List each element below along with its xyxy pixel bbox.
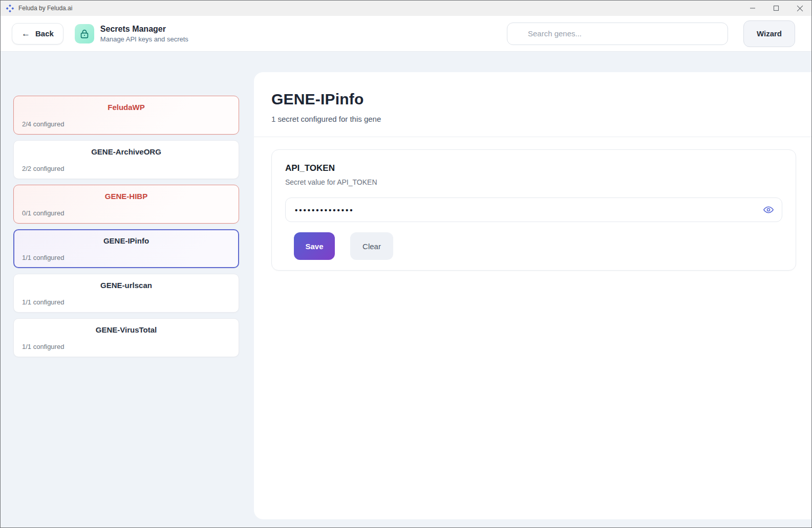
gene-name: GENE-VirusTotal bbox=[22, 325, 230, 334]
back-label: Back bbox=[35, 29, 54, 38]
gene-status: 1/1 configured bbox=[22, 254, 230, 261]
header-right: Wizard bbox=[507, 20, 795, 47]
search-input[interactable] bbox=[507, 23, 728, 45]
app-logo-icon bbox=[6, 4, 14, 13]
gene-status: 1/1 configured bbox=[22, 343, 230, 350]
close-icon bbox=[797, 5, 803, 12]
app-window: Feluda by Feluda.ai ← Back bbox=[0, 0, 812, 528]
reveal-secret-button[interactable] bbox=[762, 203, 775, 216]
window-title: Feluda by Feluda.ai bbox=[18, 5, 741, 12]
clear-button[interactable]: Clear bbox=[350, 232, 393, 260]
minimize-button[interactable] bbox=[741, 1, 764, 16]
back-arrow-icon: ← bbox=[22, 29, 30, 38]
gene-card-hibp[interactable]: GENE-HIBP 0/1 configured bbox=[13, 185, 239, 224]
gene-card-archiveorg[interactable]: GENE-ArchiveORG 2/2 configured bbox=[13, 140, 239, 179]
page-subtitle: Manage API keys and secrets bbox=[100, 35, 188, 43]
secret-value-input[interactable] bbox=[285, 197, 782, 222]
back-button[interactable]: ← Back bbox=[12, 23, 63, 45]
minimize-icon bbox=[750, 5, 756, 11]
gene-detail-title: GENE-IPinfo bbox=[271, 91, 796, 108]
gene-card-virustotal[interactable]: GENE-VirusTotal 1/1 configured bbox=[13, 318, 239, 357]
eye-icon bbox=[763, 204, 774, 215]
gene-name: GENE-ArchiveORG bbox=[22, 147, 230, 156]
gene-name: GENE-HIBP bbox=[22, 192, 230, 201]
page-title: Secrets Manager bbox=[100, 25, 188, 34]
header-titles: Secrets Manager Manage API keys and secr… bbox=[100, 25, 188, 43]
header-left: ← Back Secrets Manager Manage API keys a… bbox=[12, 23, 188, 45]
gene-card-feludawp[interactable]: FeludaWP 2/4 configured bbox=[13, 96, 239, 135]
secret-card: API_TOKEN Secret value for API_TOKEN Sav… bbox=[271, 149, 796, 271]
lock-icon bbox=[79, 28, 90, 39]
wizard-button[interactable]: Wizard bbox=[743, 20, 795, 47]
maximize-icon bbox=[773, 5, 779, 11]
lock-badge bbox=[75, 24, 94, 43]
secret-description: Secret value for API_TOKEN bbox=[285, 178, 782, 186]
gene-name: GENE-IPinfo bbox=[22, 236, 230, 245]
gene-status: 2/4 configured bbox=[22, 120, 230, 128]
gene-name: GENE-urlscan bbox=[22, 281, 230, 290]
window-controls bbox=[741, 1, 811, 16]
secret-input-wrap bbox=[285, 197, 782, 222]
gene-name: FeludaWP bbox=[22, 103, 230, 112]
gene-status: 0/1 configured bbox=[22, 209, 230, 217]
secret-actions: Save Clear bbox=[285, 232, 782, 260]
gene-status: 2/2 configured bbox=[22, 165, 230, 172]
save-button[interactable]: Save bbox=[294, 232, 335, 260]
gene-status: 1/1 configured bbox=[22, 298, 230, 306]
secret-name: API_TOKEN bbox=[285, 163, 782, 173]
titlebar: Feluda by Feluda.ai bbox=[1, 1, 811, 16]
maximize-button[interactable] bbox=[764, 1, 788, 16]
gene-card-ipinfo[interactable]: GENE-IPinfo 1/1 configured bbox=[13, 229, 239, 268]
gene-list: FeludaWP 2/4 configured GENE-ArchiveORG … bbox=[13, 96, 239, 357]
gene-card-urlscan[interactable]: GENE-urlscan 1/1 configured bbox=[13, 274, 239, 313]
divider bbox=[254, 137, 811, 137]
gene-detail-subtitle: 1 secret configured for this gene bbox=[271, 115, 796, 123]
header: ← Back Secrets Manager Manage API keys a… bbox=[1, 16, 811, 52]
close-button[interactable] bbox=[788, 1, 811, 16]
gene-detail-panel: GENE-IPinfo 1 secret configured for this… bbox=[254, 72, 811, 519]
content-area: FeludaWP 2/4 configured GENE-ArchiveORG … bbox=[1, 52, 811, 527]
